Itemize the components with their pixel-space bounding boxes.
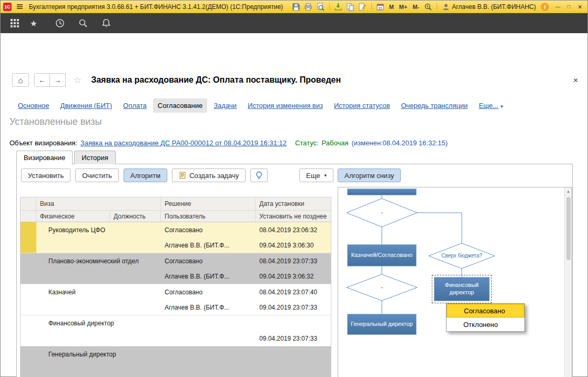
row-marker [21,346,36,377]
main-area: ⌂ ← → ☆ Заявка на расходование ДС: Оплат… [1,33,587,376]
tab-vizirovanie[interactable]: Визирование [16,151,73,165]
history-icon[interactable] [52,15,68,31]
algorithm-button[interactable]: Алгоритм [124,168,167,182]
system-menu-icon[interactable] [14,2,25,12]
menu-item-otkloneno[interactable]: Отклонено [447,318,524,331]
close-window-button[interactable]: × [575,2,585,12]
print-preview-icon[interactable] [315,2,326,12]
approval-flowchart: - - Сверх бюджета? Казначей/Согласовано … [338,187,572,377]
decision-diamond-label[interactable]: - [381,284,383,291]
vertical-scroll-thumb[interactable] [566,197,571,260]
titlebar-separator [329,3,330,11]
tab-istoriya-izmeneniya-viz[interactable]: История изменения виз [243,98,328,113]
visa-object-row: Объект визирования: Заявка на расходован… [9,139,448,147]
header-marker-column [21,197,36,211]
tab-oplata[interactable]: Оплата [118,98,151,113]
flow-node-general-director[interactable]: Генеральный директор [347,314,417,335]
add-favorite-star-icon[interactable]: ☆ [73,74,82,86]
import-file-icon[interactable] [333,2,344,12]
application-window: 1С Бухгалтерия предприятия 3.0.68.61 + Б… [0,0,588,377]
calc-memory-button[interactable]: М [387,4,396,10]
flow-node-partial[interactable] [347,188,417,195]
notifications-bell-icon[interactable] [98,15,114,31]
close-form-button[interactable]: × [573,76,578,85]
status-label: Статус: [295,139,319,147]
visa-command-bar: Установить Очистить Алгоритм Создать зад… [21,168,268,182]
decision-context-menu: Согласовано Отклонено [446,303,525,332]
calc-memory-minus-button[interactable]: М- [410,4,421,10]
tab-more-menu[interactable]: Еще...▾ [474,98,508,113]
print-icon[interactable] [303,2,314,12]
page-title: Заявка на расходование ДС: Оплата постав… [91,75,341,85]
table-header-row-1: Виза Решение Дата установки [21,197,331,211]
visa-inner-tabs: Визирование История [16,151,117,164]
algorithm-bottom-button[interactable]: Алгоритм снизу [338,168,401,182]
calendar-day-label: 31 [378,6,382,9]
forward-button[interactable]: → [50,73,66,87]
favorites-icon[interactable]: ★ [26,15,42,31]
search-icon[interactable] [75,15,91,31]
object-label: Объект визирования: [9,139,77,147]
row-marker [21,284,36,315]
header-marker-column [21,211,36,222]
minimize-button[interactable]: — [553,2,563,12]
window-titlebar: 1С Бухгалтерия предприятия 3.0.68.61 + Б… [1,1,587,13]
tab-ochered-translyacii[interactable]: Очередь трансляции [396,98,472,113]
table-row[interactable]: Казначей Согласовано 08.04.2019 23:07:40… [21,284,331,315]
tab-istoriya[interactable]: История [74,151,115,164]
status-value: Рабочая [322,139,349,147]
tab-dvizheniya-bit[interactable]: Движения (БИТ) [56,98,117,113]
task-document-icon [179,172,186,179]
header-visa: Виза [36,197,161,211]
section-title: Установленные визы [9,116,102,127]
header-date-set: Дата установки [256,197,331,211]
edit-document-icon[interactable] [357,2,368,12]
copy-document-icon[interactable] [345,2,356,12]
table-header-row-2: Физическое Должность Пользователь Устано… [21,211,331,222]
form-navigation-row: ⌂ ← → ☆ Заявка на расходование ДС: Оплат… [12,73,341,87]
zoom-icon[interactable] [422,2,433,12]
chevron-down-icon: ▾ [501,104,503,109]
info-glyph: i [544,4,545,10]
flow-node-financial-director[interactable]: Финансовый директор [434,277,490,301]
current-user[interactable]: Аглачев В.В. (БИТ.ФИНАНС) [442,3,536,11]
table-row[interactable]: Руководитель ЦФО Согласовано 08.04.2019 … [21,222,331,253]
tab-istoriya-statusov[interactable]: История статусов [329,98,395,113]
lightbulb-icon [255,171,263,180]
home-button[interactable]: ⌂ [12,73,29,87]
table-row[interactable]: Финансовый директор 09.04.2019 23:07:33 [21,315,331,346]
clear-visa-button[interactable]: Очистить [75,168,119,182]
over-budget-diamond-label[interactable]: Сверх бюджета? [441,253,482,259]
1c-logo: 1С [3,3,12,11]
maximize-button[interactable]: □ [564,2,574,12]
tab-osnovnoe[interactable]: Основное [13,98,54,113]
row-marker [21,315,36,346]
flow-node-treasurer[interactable]: Казначей/Согласовано [347,244,417,266]
set-visa-button[interactable]: Установить [21,168,70,182]
visa-table[interactable]: Виза Решение Дата установки Физическое Д… [20,197,331,377]
table-row[interactable]: Генеральный директор [21,346,331,377]
save-icon[interactable] [291,2,302,12]
info-icon[interactable]: i [539,2,550,12]
object-document-link[interactable]: Заявка на расходование ДС РА00-000012 от… [80,139,287,147]
create-task-button[interactable]: Создать задачу [172,168,246,182]
calendar-icon[interactable]: 31 [375,2,386,12]
hint-lightbulb-button[interactable] [250,168,268,182]
app-toolbar: ★ [1,13,587,33]
row-marker [21,253,36,284]
decision-diamond-label[interactable]: - [381,209,383,216]
tab-soglasovanie[interactable]: Согласование [153,98,207,113]
all-functions-grid-icon[interactable] [7,15,23,31]
scroll-up-arrow[interactable]: ▲ [565,187,572,195]
back-button[interactable]: ← [34,73,50,87]
tab-zadachi[interactable]: Задачи [209,98,241,113]
more-actions-button[interactable]: Еще ▾ [299,168,333,182]
window-controls: — □ × [553,2,585,12]
table-row[interactable]: Планово-экономический отдел Согласовано … [21,253,331,284]
flowchart-vertical-scrollbar[interactable]: ▲ ▼ [564,187,572,377]
calc-memory-plus-button[interactable]: М+ [397,4,410,10]
menu-item-soglasovano[interactable]: Согласовано [447,304,524,318]
current-row-marker [21,222,36,253]
window-title: Бухгалтерия предприятия 3.0.68.61 + БИТ.… [29,3,283,11]
history-nav-buttons: ← → [34,73,66,87]
